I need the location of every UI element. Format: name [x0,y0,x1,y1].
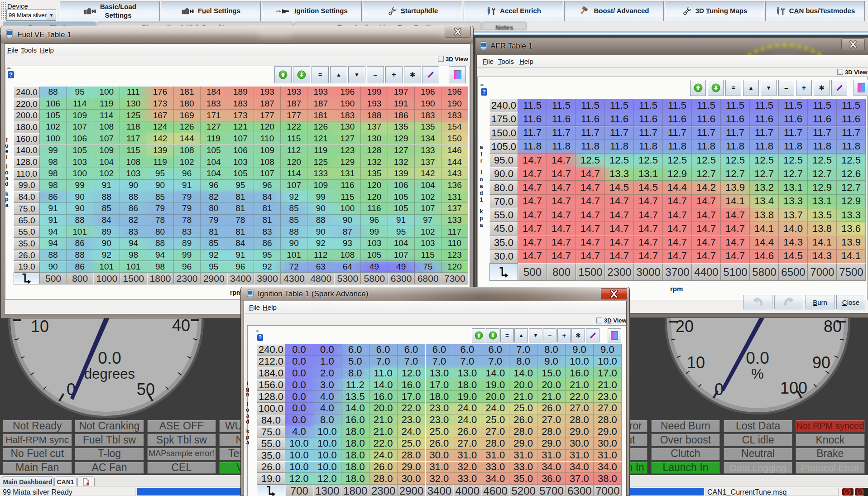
svg-text:100: 100 [780,379,807,397]
svg-text:50: 50 [137,380,155,399]
svg-text:90: 90 [812,353,830,372]
svg-text:80: 80 [824,317,842,336]
svg-text:degrees: degrees [84,366,135,382]
svg-text:0.0: 0.0 [98,349,121,367]
svg-text:20: 20 [676,317,694,336]
svg-text:10: 10 [31,317,49,336]
svg-text:40: 40 [172,316,190,335]
svg-text:%: % [751,366,764,382]
svg-text:0.0: 0.0 [746,349,769,367]
svg-text:10: 10 [687,353,705,372]
